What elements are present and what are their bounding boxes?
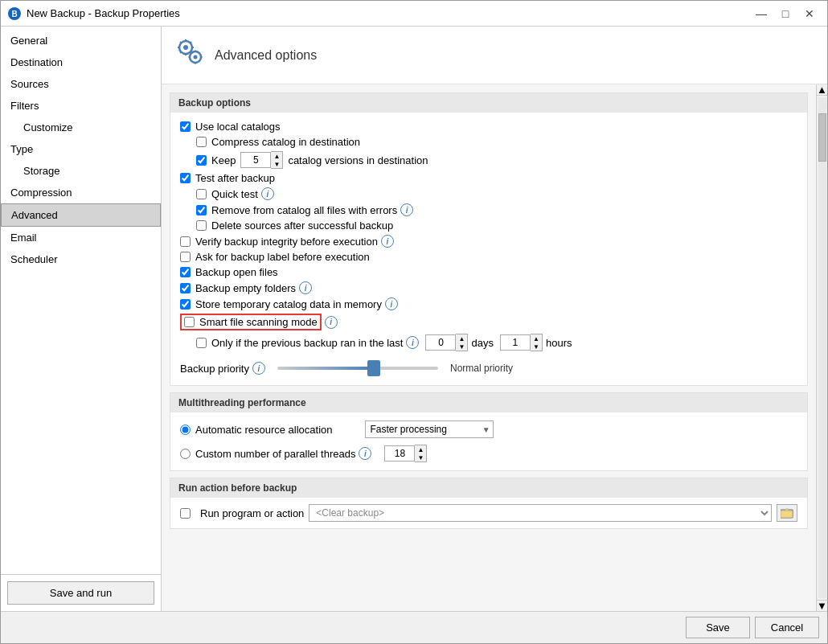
compress-catalog-row: Compress catalog in destination — [180, 134, 797, 150]
close-button[interactable]: ✕ — [798, 4, 821, 23]
backup-open-files-checkbox[interactable] — [180, 267, 191, 277]
title-bar: B New Backup - Backup Properties — □ ✕ — [1, 1, 827, 27]
days-spinbtns: ▲ ▼ — [456, 334, 468, 351]
use-local-catalogs-row: Use local catalogs — [180, 119, 797, 134]
priority-slider[interactable] — [277, 367, 438, 370]
days-label: days — [471, 337, 493, 349]
sidebar-item-sources[interactable]: Sources — [1, 73, 161, 95]
hours-spinbtns: ▲ ▼ — [531, 334, 543, 351]
save-button[interactable]: Save — [686, 617, 750, 638]
save-run-button[interactable]: Save and run — [7, 581, 154, 605]
verify-integrity-row: Verify backup integrity before execution… — [180, 233, 797, 249]
smart-file-scanning-info-icon[interactable]: i — [325, 316, 338, 329]
days-input[interactable] — [425, 334, 456, 351]
quick-test-checkbox[interactable] — [196, 189, 207, 199]
run-before-section: Run action before backup Run program or … — [170, 478, 808, 529]
minimize-button[interactable]: — — [750, 4, 773, 23]
faster-processing-wrapper: Faster processing Balanced Lower resourc… — [365, 420, 494, 438]
store-temp-catalog-checkbox[interactable] — [180, 299, 191, 310]
delete-sources-row: Delete sources after successful backup — [180, 218, 797, 233]
keep-versions-input[interactable] — [240, 152, 271, 168]
smart-file-scanning-checkbox[interactable] — [184, 317, 195, 327]
run-program-dropdown[interactable]: <Clear backup> — [309, 504, 772, 522]
run-program-label: Run program or action — [200, 507, 304, 519]
quick-test-info-icon[interactable]: i — [261, 187, 274, 200]
sidebar-item-customize[interactable]: Customize — [1, 117, 161, 138]
quick-test-row: Quick test i — [180, 186, 797, 202]
remove-from-catalog-info-icon[interactable]: i — [400, 203, 413, 216]
maximize-button[interactable]: □ — [774, 4, 797, 23]
sidebar-item-type[interactable]: Type — [1, 138, 161, 160]
backup-empty-folders-info-icon[interactable]: i — [299, 281, 312, 294]
backup-empty-folders-row: Backup empty folders i — [180, 280, 797, 296]
svg-rect-19 — [781, 511, 793, 518]
multithreading-header: Multithreading performance — [170, 393, 807, 412]
use-local-catalogs-label: Use local catalogs — [195, 121, 281, 133]
sidebar-item-advanced[interactable]: Advanced — [1, 203, 161, 227]
backup-empty-folders-checkbox[interactable] — [180, 283, 191, 293]
scrollbar: ▲ ▼ — [816, 84, 827, 611]
threads-down[interactable]: ▼ — [415, 453, 426, 461]
scrollbar-thumb[interactable] — [818, 113, 826, 162]
custom-threads-label: Custom number of parallel threads — [195, 448, 355, 460]
test-after-backup-checkbox[interactable] — [180, 173, 191, 183]
automatic-allocation-label: Automatic resource allocation — [195, 424, 333, 436]
hours-down[interactable]: ▼ — [531, 343, 542, 351]
page-title: Advanced options — [215, 48, 317, 63]
backup-open-files-row: Backup open files — [180, 265, 797, 280]
sidebar-item-filters[interactable]: Filters — [1, 95, 161, 117]
cancel-button[interactable]: Cancel — [755, 617, 819, 638]
sidebar-item-general[interactable]: General — [1, 30, 161, 51]
hours-up[interactable]: ▲ — [531, 334, 542, 343]
hours-input[interactable] — [500, 334, 531, 351]
sidebar-bottom: Save and run — [1, 574, 161, 611]
main-content: General Destination Sources Filters Cust… — [1, 27, 827, 611]
ask-label-checkbox[interactable] — [180, 252, 191, 262]
sidebar-item-storage[interactable]: Storage — [1, 160, 161, 182]
threads-input[interactable] — [384, 445, 415, 461]
run-program-checkbox[interactable] — [180, 508, 191, 519]
scroll-down-button[interactable]: ▼ — [817, 600, 828, 611]
only-if-previous-info-icon[interactable]: i — [406, 336, 419, 349]
only-if-previous-checkbox[interactable] — [196, 338, 207, 348]
main-window: B New Backup - Backup Properties — □ ✕ G… — [0, 0, 828, 644]
backup-priority-info-icon[interactable]: i — [252, 362, 265, 375]
days-down[interactable]: ▼ — [456, 343, 467, 351]
faster-processing-dropdown-wrapper: Faster processing Balanced Lower resourc… — [365, 420, 494, 438]
threads-up[interactable]: ▲ — [415, 445, 426, 453]
store-temp-catalog-info-icon[interactable]: i — [385, 297, 398, 310]
sidebar-item-destination[interactable]: Destination — [1, 51, 161, 73]
keep-versions-spinbtns: ▲ ▼ — [271, 151, 283, 169]
svg-text:B: B — [11, 10, 17, 18]
keep-versions-up[interactable]: ▲ — [271, 152, 282, 160]
remove-from-catalog-checkbox[interactable] — [196, 205, 207, 215]
custom-threads-radio[interactable] — [180, 449, 191, 459]
only-if-previous-row: Only if the previous backup ran in the l… — [180, 332, 797, 353]
verify-integrity-checkbox[interactable] — [180, 236, 191, 247]
sidebar-item-email[interactable]: Email — [1, 227, 161, 248]
hours-label: hours — [546, 337, 572, 349]
sidebar: General Destination Sources Filters Cust… — [1, 27, 162, 611]
browse-program-button[interactable] — [777, 504, 797, 522]
keep-versions-down[interactable]: ▼ — [271, 160, 282, 168]
sidebar-item-scheduler[interactable]: Scheduler — [1, 248, 161, 270]
content-area: Advanced options Backup options Use loca… — [162, 27, 827, 611]
keep-versions-row: Keep ▲ ▼ — [180, 150, 797, 170]
days-up[interactable]: ▲ — [456, 334, 467, 343]
verify-integrity-info-icon[interactable]: i — [381, 235, 394, 248]
use-local-catalogs-checkbox[interactable] — [180, 121, 191, 132]
custom-threads-row: Custom number of parallel threads i ▲ ▼ — [180, 443, 797, 464]
keep-versions-checkbox[interactable] — [196, 155, 207, 166]
compress-catalog-checkbox[interactable] — [196, 137, 207, 147]
test-after-backup-label: Test after backup — [195, 172, 275, 184]
sidebar-item-compression[interactable]: Compression — [1, 182, 161, 203]
faster-processing-dropdown[interactable]: Faster processing Balanced Lower resourc… — [365, 420, 494, 438]
window-controls: — □ ✕ — [750, 4, 821, 23]
remove-from-catalog-label: Remove from catalog all files with error… — [211, 204, 397, 216]
store-temp-catalog-row: Store temporary catalog data in memory i — [180, 296, 797, 312]
delete-sources-checkbox[interactable] — [196, 220, 207, 231]
threads-spinbtns: ▲ ▼ — [415, 445, 427, 462]
custom-threads-info-icon[interactable]: i — [359, 447, 371, 460]
automatic-allocation-radio[interactable] — [180, 425, 191, 435]
scroll-up-button[interactable]: ▲ — [817, 84, 828, 96]
